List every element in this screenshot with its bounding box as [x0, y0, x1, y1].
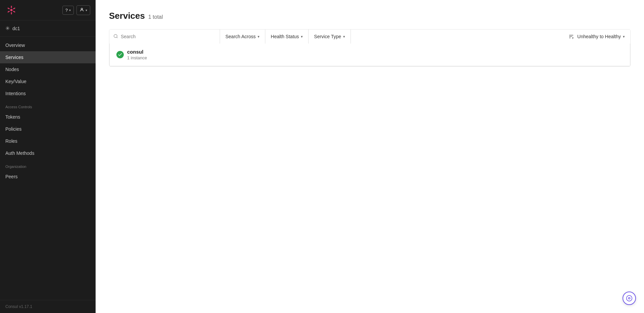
- sidebar-item-label: Intentions: [5, 91, 26, 96]
- sidebar-item-label: Roles: [5, 138, 17, 144]
- svg-point-9: [114, 34, 117, 37]
- sidebar-item-intentions[interactable]: Intentions: [0, 87, 96, 100]
- sidebar-item-label: Peers: [5, 174, 18, 179]
- sort-button[interactable]: Unhealthy to Healthy ▾: [563, 29, 630, 44]
- access-controls-section-label: Access Controls: [0, 100, 96, 111]
- table-row[interactable]: consul 1 instance: [110, 44, 630, 66]
- search-section: [109, 29, 220, 44]
- sidebar-item-peers[interactable]: Peers: [0, 171, 96, 183]
- sidebar-item-keyvalue[interactable]: Key/Value: [0, 75, 96, 87]
- service-type-button[interactable]: Service Type ▾: [309, 29, 351, 44]
- svg-line-10: [117, 37, 118, 38]
- user-button[interactable]: ▾: [76, 5, 90, 15]
- sidebar-item-services[interactable]: Services: [0, 51, 96, 63]
- page-title-row: Services 1 total: [109, 11, 631, 21]
- health-status-label: Health Status: [271, 34, 299, 39]
- svg-point-8: [81, 8, 83, 10]
- datacenter-icon: ✳: [5, 25, 10, 32]
- sidebar-item-overview[interactable]: Overview: [0, 39, 96, 51]
- service-name: consul: [127, 49, 147, 55]
- help-chat-button[interactable]: [623, 292, 636, 305]
- sidebar-item-label: Overview: [5, 43, 25, 48]
- logo: [5, 4, 17, 16]
- search-across-button[interactable]: Search Across ▾: [220, 29, 265, 44]
- svg-point-14: [627, 296, 632, 301]
- service-info: consul 1 instance: [127, 49, 147, 60]
- sidebar-item-label: Services: [5, 55, 23, 60]
- sidebar-item-label: Policies: [5, 126, 21, 132]
- sidebar-item-policies[interactable]: Policies: [0, 123, 96, 135]
- sidebar-item-tokens[interactable]: Tokens: [0, 111, 96, 123]
- filters-row: Search Across ▾ Health Status ▾ Service …: [109, 29, 630, 44]
- chat-icon: [626, 295, 633, 302]
- svg-point-1: [10, 9, 13, 11]
- service-type-label: Service Type: [314, 34, 341, 39]
- sidebar: ? ▾ ▾ ✳ dc1 Overview Services: [0, 0, 96, 313]
- user-chevron-icon: ▾: [86, 8, 87, 12]
- consul-logo-icon: [5, 4, 17, 16]
- sort-label: Unhealthy to Healthy: [577, 34, 621, 39]
- svg-rect-5: [11, 12, 12, 14]
- service-instances: 1 instance: [127, 55, 147, 60]
- sidebar-item-label: Auth Methods: [5, 150, 34, 156]
- svg-rect-2: [11, 6, 12, 8]
- datacenter-selector[interactable]: ✳ dc1: [0, 20, 96, 37]
- search-across-label: Search Across: [225, 34, 256, 39]
- service-type-chevron-icon: ▾: [343, 35, 345, 39]
- search-input[interactable]: [121, 34, 216, 39]
- svg-point-15: [629, 298, 630, 299]
- help-button[interactable]: ? ▾: [62, 6, 74, 15]
- user-icon: [79, 7, 84, 13]
- sidebar-item-auth-methods[interactable]: Auth Methods: [0, 147, 96, 159]
- sidebar-item-label: Key/Value: [5, 79, 26, 84]
- service-health-icon: [116, 51, 124, 58]
- sidebar-item-label: Tokens: [5, 114, 20, 120]
- search-across-chevron-icon: ▾: [258, 35, 260, 39]
- organization-section-label: Organization: [0, 159, 96, 171]
- services-list: consul 1 instance: [109, 44, 630, 66]
- sidebar-item-nodes[interactable]: Nodes: [0, 63, 96, 75]
- search-icon: [113, 34, 118, 40]
- sidebar-header: ? ▾ ▾: [0, 0, 96, 20]
- page-title: Services: [109, 11, 145, 21]
- sidebar-item-roles[interactable]: Roles: [0, 135, 96, 147]
- question-icon: ?: [65, 8, 68, 13]
- help-chevron-icon: ▾: [69, 8, 71, 12]
- health-status-chevron-icon: ▾: [301, 35, 303, 39]
- sort-chevron-icon: ▾: [623, 35, 625, 39]
- health-status-button[interactable]: Health Status ▾: [265, 29, 309, 44]
- header-controls: ? ▾ ▾: [62, 5, 90, 15]
- datacenter-label: dc1: [12, 26, 20, 31]
- sidebar-item-label: Nodes: [5, 67, 19, 72]
- filters-and-list: Search Across ▾ Health Status ▾ Service …: [109, 29, 631, 67]
- page-count: 1 total: [148, 14, 163, 20]
- sort-icon: [569, 34, 574, 39]
- version-label: Consul v1.17.1: [0, 300, 96, 313]
- sidebar-nav: Overview Services Nodes Key/Value Intent…: [0, 37, 96, 300]
- main-content: Services 1 total Search: [96, 0, 644, 313]
